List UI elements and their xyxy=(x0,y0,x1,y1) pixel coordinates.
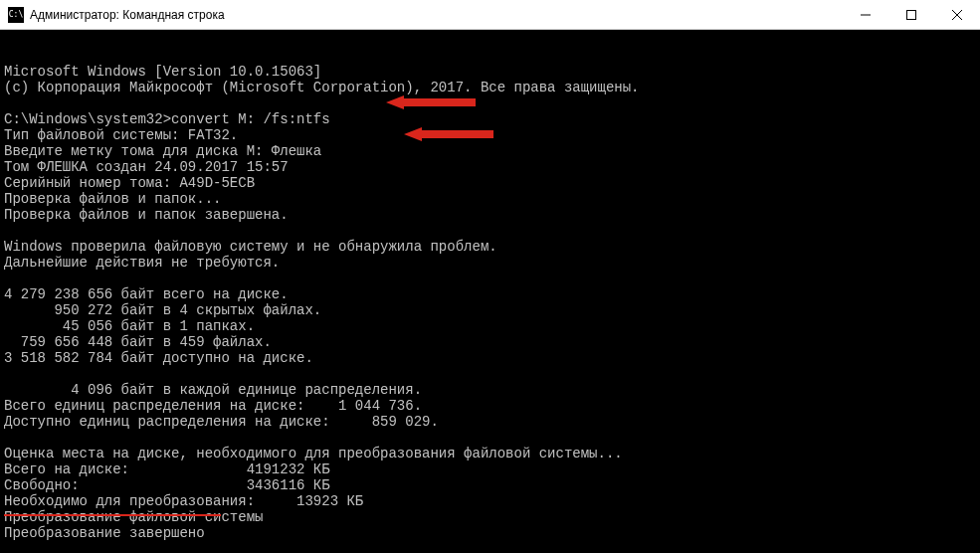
annotation-underline xyxy=(4,514,221,516)
terminal-line: Доступно единиц распределения на диске: … xyxy=(4,414,976,430)
terminal-line xyxy=(4,271,976,286)
terminal-line: Серийный номер тома: A49D-5ECB xyxy=(4,175,976,191)
terminal-line: Оценка места на диске, необходимого для … xyxy=(4,446,976,461)
terminal-line: C:\Windows\system32>convert M: /fs:ntfs xyxy=(4,111,976,127)
terminal-line xyxy=(4,541,976,553)
terminal-output[interactable]: Microsoft Windows [Version 10.0.15063](с… xyxy=(0,30,980,553)
window-titlebar: C:\ Администратор: Командная строка xyxy=(0,0,980,30)
terminal-line: 4 279 238 656 байт всего на диске. xyxy=(4,286,976,302)
terminal-line: Необходимо для преобразования: 13923 КБ xyxy=(4,493,976,509)
terminal-line: 3 518 582 784 байт доступно на диске. xyxy=(4,350,976,366)
terminal-line: Свободно: 3436116 КБ xyxy=(4,477,976,493)
terminal-line: Введите метку тома для диска M: Флешка xyxy=(4,143,976,159)
terminal-line: 4 096 байт в каждой единице распределени… xyxy=(4,382,976,398)
terminal-line xyxy=(4,223,976,239)
terminal-line: 759 656 448 байт в 459 файлах. xyxy=(4,334,976,350)
terminal-line: Преобразование файловой системы xyxy=(4,509,976,525)
terminal-line: Всего на диске: 4191232 КБ xyxy=(4,461,976,477)
svg-marker-5 xyxy=(404,127,493,141)
terminal-line: Проверка файлов и папок завершена. xyxy=(4,207,976,223)
terminal-line: (с) Корпорация Майкрософт (Microsoft Cor… xyxy=(4,80,976,95)
close-button[interactable] xyxy=(934,0,980,29)
annotation-arrow-icon xyxy=(352,80,442,93)
terminal-line: 950 272 байт в 4 скрытых файлах. xyxy=(4,302,976,318)
minimize-button[interactable] xyxy=(843,0,888,29)
terminal-line: Дальнейшие действия не требуются. xyxy=(4,255,976,271)
window-title: Администратор: Командная строка xyxy=(30,8,843,22)
terminal-line: Преобразование завершено xyxy=(4,525,976,541)
terminal-line: Microsoft Windows [Version 10.0.15063] xyxy=(4,64,976,80)
terminal-line xyxy=(4,95,976,111)
maximize-button[interactable] xyxy=(888,0,934,29)
terminal-line: 45 056 байт в 1 папках. xyxy=(4,318,976,334)
terminal-line: Windows проверила файловую систему и не … xyxy=(4,239,976,255)
annotation-arrow-icon xyxy=(370,111,460,125)
terminal-line xyxy=(4,366,976,382)
terminal-line: Проверка файлов и папок... xyxy=(4,191,976,207)
terminal-line: Всего единиц распределения на диске: 1 0… xyxy=(4,398,976,414)
window-controls xyxy=(843,0,980,29)
terminal-line: Том ФЛЕШКА создан 24.09.2017 15:57 xyxy=(4,159,976,175)
cmd-icon: C:\ xyxy=(8,7,24,23)
svg-rect-1 xyxy=(907,10,916,19)
svg-marker-4 xyxy=(386,95,476,109)
terminal-line xyxy=(4,430,976,446)
